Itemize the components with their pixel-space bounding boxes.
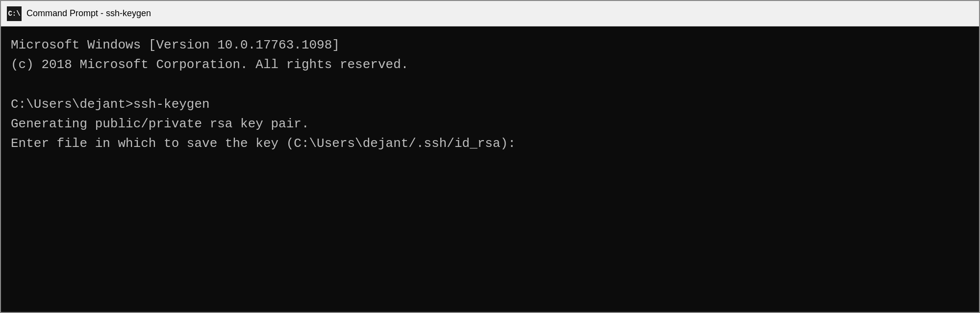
window-title: Command Prompt - ssh-keygen (26, 8, 151, 19)
title-bar[interactable]: C:\ Command Prompt - ssh-keygen (1, 1, 979, 26)
cmd-icon: C:\ (7, 6, 22, 21)
terminal-line-1: Microsoft Windows [Version 10.0.17763.10… (11, 35, 969, 55)
terminal-line-4: Generating public/private rsa key pair. (11, 114, 969, 134)
terminal-line-5: Enter file in which to save the key (C:\… (11, 134, 969, 153)
cmd-icon-label: C:\ (8, 10, 20, 18)
command-prompt-window: C:\ Command Prompt - ssh-keygen Microsof… (0, 0, 980, 313)
terminal-line-blank (11, 75, 969, 95)
terminal-line-2: (c) 2018 Microsoft Corporation. All righ… (11, 55, 969, 74)
terminal-line-3: C:\Users\dejant>ssh-keygen (11, 95, 969, 114)
terminal-body[interactable]: Microsoft Windows [Version 10.0.17763.10… (1, 26, 979, 312)
